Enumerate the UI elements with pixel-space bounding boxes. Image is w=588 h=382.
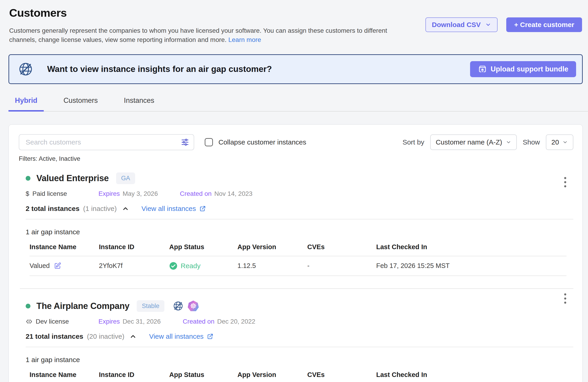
sort-by-select[interactable]: Customer name (A-Z)	[430, 134, 517, 150]
col-app-status: App Status	[169, 243, 237, 256]
customer-capability-icons: ☸	[173, 300, 199, 312]
customer-header: The Airplane Company Stable ☸	[26, 300, 573, 312]
page-description: Customers generally represent the compan…	[9, 26, 412, 45]
sort-by-value: Customer name (A-Z)	[436, 138, 502, 146]
created-label: Created on	[183, 318, 214, 325]
col-instance-name: Instance Name	[30, 371, 99, 382]
customer-card-valued-enterprise: Valued Enterprise GA $ Paid license Expi…	[19, 172, 573, 276]
expires-value: May 3, 2026	[123, 190, 158, 197]
sort-controls: Sort by Customer name (A-Z) Show 20	[402, 134, 573, 150]
kubernetes-icon: ☸	[188, 300, 199, 312]
divider	[26, 219, 573, 219]
external-link-icon	[207, 333, 214, 340]
created-value: Nov 14, 2023	[214, 190, 252, 197]
customer-menu-button[interactable]	[561, 176, 570, 189]
upload-support-bundle-button[interactable]: Upload support bundle	[470, 61, 576, 77]
divider	[26, 347, 573, 347]
expires-field: Expires May 3, 2026	[99, 190, 158, 197]
view-all-instances-label: View all instances	[142, 205, 196, 212]
inactive-instances: (20 inactive)	[87, 333, 124, 340]
active-status-dot	[26, 176, 30, 181]
license-type: Dev license	[26, 318, 99, 325]
col-instance-name: Instance Name	[30, 243, 99, 256]
app-version: 1.12.5	[237, 256, 307, 276]
collapse-instances-control: Collapse customer instances	[205, 138, 306, 146]
edit-icon[interactable]	[54, 262, 61, 270]
view-all-instances-label: View all instances	[149, 333, 204, 340]
create-customer-button[interactable]: + Create customer	[506, 17, 582, 32]
last-checked-in: Feb 17, 2026 15:25 MST	[376, 256, 567, 276]
expires-label: Expires	[99, 318, 120, 325]
search-customers-input[interactable]	[25, 138, 180, 146]
col-instance-id: Instance ID	[99, 371, 169, 382]
filter-sliders-icon[interactable]	[180, 138, 189, 147]
show-count-select[interactable]: 20	[546, 134, 573, 150]
tab-bar: Hybrid Customers Instances	[8, 96, 588, 111]
col-last-checked-in: Last Checked In	[376, 243, 567, 256]
chevron-up-icon[interactable]	[122, 205, 129, 212]
collapse-instances-label: Collapse customer instances	[218, 138, 306, 146]
show-count-value: 20	[551, 138, 559, 146]
instances-table-header-row: Instance Name Instance ID App Status App…	[30, 371, 567, 382]
customer-name[interactable]: Valued Enterprise	[36, 173, 109, 183]
inactive-instances: (1 inactive)	[83, 205, 117, 212]
instance-name: Valued	[30, 262, 50, 270]
page-header: Customers Customers generally represent …	[0, 0, 588, 45]
download-csv-button[interactable]: Download CSV	[425, 17, 498, 32]
check-circle-icon	[169, 262, 177, 270]
chevron-up-icon[interactable]	[129, 333, 137, 340]
airgap-banner: Want to view instance insights for an ai…	[8, 54, 583, 84]
airgap-globe-icon	[18, 61, 33, 77]
created-value: Dec 20, 2022	[217, 318, 255, 325]
created-field: Created on Nov 14, 2023	[180, 190, 252, 197]
col-cves: CVEs	[307, 371, 376, 382]
customer-card-the-airplane-company: The Airplane Company Stable ☸ Dev licens…	[20, 288, 573, 382]
collapse-instances-checkbox[interactable]	[205, 138, 213, 146]
chevron-down-icon	[485, 22, 491, 28]
created-label: Created on	[180, 190, 211, 197]
instances-summary-row: 2 total instances (1 inactive) View all …	[26, 205, 573, 212]
customers-panel: Collapse customer instances Sort by Cust…	[8, 124, 583, 382]
active-status-dot	[26, 304, 30, 308]
expires-label: Expires	[99, 190, 120, 197]
col-app-version: App Version	[237, 371, 307, 382]
expires-value: Dec 31, 2026	[123, 318, 161, 325]
instances-summary-row: 21 total instances (20 inactive) View al…	[26, 333, 573, 340]
col-last-checked-in: Last Checked In	[376, 371, 567, 382]
col-instance-id: Instance ID	[99, 243, 169, 256]
code-icon	[26, 318, 33, 325]
chevron-down-icon	[562, 139, 568, 145]
download-csv-label: Download CSV	[432, 21, 481, 29]
expires-field: Expires Dec 31, 2026	[99, 318, 161, 325]
header-actions: Download CSV + Create customer	[425, 17, 582, 32]
upload-support-bundle-label: Upload support bundle	[491, 65, 568, 73]
customer-name[interactable]: The Airplane Company	[36, 301, 129, 311]
instances-table: Instance Name Instance ID App Status App…	[30, 371, 567, 382]
sort-by-label: Sort by	[402, 138, 424, 146]
chevron-down-icon	[506, 139, 511, 145]
airgap-instances-heading: 1 air gap instance	[26, 356, 573, 364]
view-all-instances-link[interactable]: View all instances	[142, 205, 206, 212]
tab-instances[interactable]: Instances	[117, 96, 161, 111]
upload-icon	[478, 64, 487, 74]
instances-table-header-row: Instance Name Instance ID App Status App…	[30, 243, 567, 256]
learn-more-link[interactable]: Learn more	[228, 36, 261, 43]
tab-hybrid[interactable]: Hybrid	[8, 96, 44, 111]
channel-badge: Stable	[137, 300, 164, 312]
created-field: Created on Dec 20, 2022	[183, 318, 255, 325]
instances-table: Instance Name Instance ID App Status App…	[30, 243, 567, 276]
license-type: $ Paid license	[26, 190, 99, 197]
license-type-label: Paid license	[33, 190, 67, 197]
view-all-instances-link[interactable]: View all instances	[149, 333, 214, 340]
instance-id: 2YfoK7f	[99, 256, 169, 276]
tab-customers[interactable]: Customers	[57, 96, 104, 111]
cves-value: -	[307, 256, 376, 276]
col-app-status: App Status	[169, 371, 237, 382]
customer-meta: Dev license Expires Dec 31, 2026 Created…	[26, 318, 573, 325]
table-row: Valued 2YfoK7f Ready	[30, 256, 567, 276]
col-cves: CVEs	[307, 243, 376, 256]
total-instances: 21 total instances	[26, 333, 83, 340]
airgap-globe-icon	[173, 300, 184, 312]
customer-header: Valued Enterprise GA	[26, 172, 573, 184]
customer-menu-button[interactable]	[561, 292, 570, 305]
